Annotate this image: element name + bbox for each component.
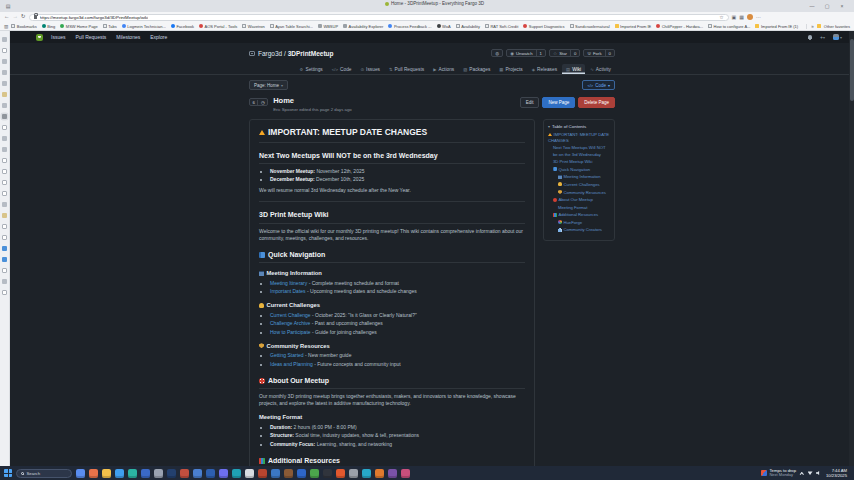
sidebar-icon[interactable] [2, 136, 7, 141]
toc-item[interactable]: Next Two Meetups Will NOT be on the 3rd … [548, 145, 610, 157]
taskbar-app-icon[interactable] [193, 469, 202, 478]
watch-count[interactable]: 1 [536, 50, 545, 56]
bookmark-item[interactable]: WBSUP [318, 24, 338, 29]
close-icon[interactable]: × [838, 3, 846, 9]
wiki-link[interactable]: Challenge Archive [270, 320, 310, 326]
weather-widget[interactable]: Temps to drop Next Monday [761, 468, 796, 478]
sidebar-icon[interactable] [2, 169, 7, 174]
sidebar-icon[interactable] [2, 235, 7, 240]
wiki-link[interactable]: Important Dates [270, 288, 306, 294]
taskbar-app-icon[interactable] [362, 469, 371, 478]
minimize-icon[interactable]: — [808, 3, 816, 9]
bookmark-item[interactable]: Logmein Technician... [122, 24, 166, 29]
sidebar-icon[interactable] [2, 279, 7, 284]
volume-icon[interactable] [816, 471, 821, 476]
appnav-link[interactable]: Milestones [116, 34, 140, 40]
bookmark-item[interactable]: Tabs [103, 24, 117, 29]
bookmark-item[interactable]: Imported From IE (1) [755, 24, 798, 29]
other-favorites-label[interactable]: Other favorites [824, 24, 850, 29]
wiki-link[interactable]: Getting Started [270, 352, 304, 358]
taskbar-app-icon[interactable] [154, 469, 163, 478]
scrollbar-thumb[interactable] [850, 39, 854, 101]
taskbar-app-icon[interactable] [284, 469, 293, 478]
bookmark-item[interactable]: Imported From IE [615, 24, 652, 29]
star-button[interactable]: Star 0 [549, 49, 580, 57]
taskbar-app-icon[interactable] [375, 469, 384, 478]
bookmark-item[interactable]: ChiliPepper - Hardwa... [656, 24, 703, 29]
taskbar-app-icon[interactable] [232, 469, 241, 478]
toc-item[interactable]: 3D Print Meetup Wiki [548, 159, 610, 165]
sidebar-icon[interactable] [2, 70, 7, 75]
taskbar-app-icon[interactable] [180, 469, 189, 478]
browser-menu-icon[interactable]: ⋯ [756, 14, 761, 20]
forward-icon[interactable]: → [13, 14, 19, 20]
bookmark-item[interactable]: Support Diagnostics [523, 24, 564, 29]
sidebar-icon[interactable] [2, 180, 7, 185]
sidebar-icon[interactable] [2, 213, 7, 218]
taskbar-app-icon[interactable] [245, 469, 254, 478]
hidden-icons-chevron-icon[interactable] [800, 472, 804, 476]
taskbar-app-icon[interactable] [388, 469, 397, 478]
revision-count[interactable]: 6 [250, 100, 257, 105]
fork-button[interactable]: Fork 0 [583, 49, 615, 57]
wiki-link[interactable]: Current Challenge [270, 312, 311, 318]
repo-tab[interactable]: ◈ Releases [528, 64, 561, 74]
toc-item[interactable]: Meeting Information [548, 174, 610, 180]
edit-button[interactable]: Edit [520, 97, 540, 108]
sidebar-icon[interactable] [2, 257, 7, 262]
sidebar-icon[interactable] [2, 92, 7, 97]
appnav-link[interactable]: Pull Requests [75, 34, 106, 40]
appnav-link[interactable]: Explore [150, 34, 167, 40]
sidebar-icon[interactable] [2, 191, 7, 196]
rss-feed-button[interactable] [491, 49, 503, 57]
repo-tab[interactable]: ⇅ Pull Requests [385, 64, 428, 74]
overflow-chevron-icon[interactable]: » [811, 24, 814, 29]
tab-actions-icon[interactable]: ▤ [4, 2, 12, 10]
taskbar-app-icon[interactable] [271, 469, 280, 478]
bookmark-item[interactable]: How to configure A... [708, 24, 750, 29]
toc-item[interactable]: Community Resources [548, 190, 610, 196]
maximize-icon[interactable]: ▢ [823, 3, 831, 9]
fork-count[interactable]: 0 [605, 50, 614, 56]
taskbar-app-icon[interactable] [401, 469, 410, 478]
sidebar-icon[interactable] [2, 246, 7, 251]
taskbar-app-icon[interactable] [102, 469, 111, 478]
sidebar-icon[interactable] [2, 147, 7, 152]
taskbar-app-icon[interactable] [167, 469, 176, 478]
bookmark-item[interactable]: Wavetron [242, 24, 264, 29]
history-clock-icon[interactable]: ◷ [257, 100, 267, 105]
taskbar-app-icon[interactable] [219, 469, 228, 478]
toc-item[interactable]: Current Challenges [548, 182, 610, 188]
bookmark-item[interactable]: AOS Portal - Tools [199, 24, 237, 29]
repo-owner-link[interactable]: Fargo3d [258, 50, 282, 57]
bookmark-item[interactable]: WoA [437, 24, 451, 29]
sidebar-icon[interactable] [2, 268, 7, 273]
taskbar-search[interactable]: Search [16, 469, 72, 478]
bookmark-item[interactable]: Bing [42, 24, 56, 29]
appnav-link[interactable]: Issues [51, 34, 65, 40]
toc-item[interactable]: Meeting Format [548, 205, 610, 211]
sidebar-icon[interactable] [2, 103, 7, 108]
taskbar-app-icon[interactable] [115, 469, 124, 478]
toc-item[interactable]: IMPORTANT: MEETUP DATE CHANGES [548, 132, 610, 144]
wifi-icon[interactable] [808, 471, 813, 475]
repo-tab[interactable]: ▧ Packages [459, 64, 494, 74]
repo-tab[interactable]: ▶ Actions [429, 64, 458, 74]
sidebar-icon[interactable] [2, 290, 7, 295]
repo-tab[interactable]: ▦ Projects [495, 64, 526, 74]
taskbar-app-icon[interactable] [297, 469, 306, 478]
wiki-link[interactable]: How to Participate [270, 329, 311, 335]
bookmark-item[interactable]: Facebook [171, 24, 194, 29]
sidebar-icon[interactable] [2, 114, 7, 119]
sidebar-icon[interactable] [2, 224, 7, 229]
toc-header[interactable]: Table of Contents [548, 124, 610, 129]
sidebar-icon[interactable] [2, 59, 7, 64]
toc-item[interactable]: Quick Navigation [548, 167, 610, 173]
taskbar-app-icon[interactable] [206, 469, 215, 478]
wiki-link[interactable]: Meeting Itinerary [270, 280, 307, 286]
sidebar-icon[interactable] [2, 125, 7, 130]
bookmark-item[interactable]: Availability [456, 24, 480, 29]
taskbar-app-icon[interactable] [336, 469, 345, 478]
sidebar-icon[interactable] [2, 37, 7, 42]
address-bar[interactable]: https://meetup.fargo3d.com/fargo3d/3DPri… [29, 14, 729, 21]
